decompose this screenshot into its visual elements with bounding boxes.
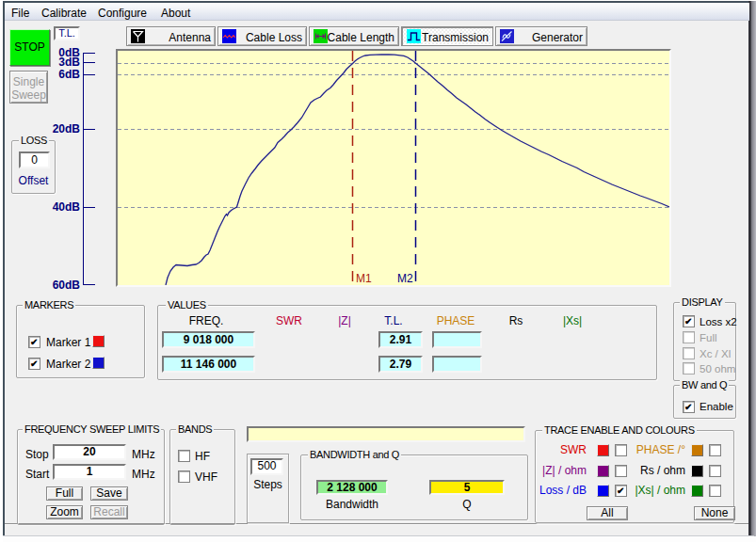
svg-text:M2: M2: [397, 272, 413, 285]
svg-text:M1: M1: [356, 272, 372, 285]
